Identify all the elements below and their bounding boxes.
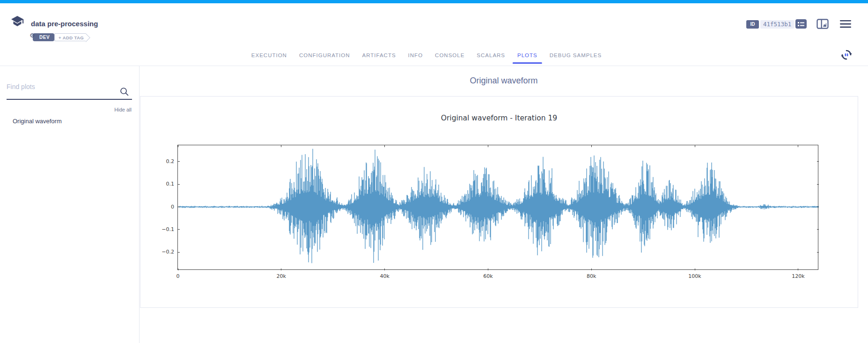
y-tick-label: −0.1 <box>154 226 174 232</box>
tab-debug-samples[interactable]: DEBUG SAMPLES <box>545 46 606 66</box>
page: COMPLETED data pre-processing ⚙ DEV + AD… <box>0 0 868 343</box>
y-tick-label: 0.1 <box>154 181 174 187</box>
waveform-plot-canvas[interactable]: 020k40k60k80k100k120k0.20.10−0.1−0.2 <box>177 145 818 270</box>
tab-bar: EXECUTION CONFIGURATION ARTIFACTS INFO C… <box>247 46 606 66</box>
figure-title: Original waveform - Iteration 19 <box>140 114 858 122</box>
search-icon[interactable] <box>120 87 129 98</box>
auto-refresh-pause-icon[interactable] <box>840 49 853 61</box>
details-view-icon[interactable] <box>795 19 807 31</box>
system-tag-gear-icon: ⚙ <box>29 32 35 39</box>
plots-content: Original waveform Original waveform - It… <box>140 66 868 343</box>
tab-artifacts[interactable]: ARTIFACTS <box>358 46 401 66</box>
id-badge: ID <box>746 20 759 29</box>
experiment-type-icon <box>10 15 24 31</box>
plot-card: Original waveform - Iteration 19 020k40k… <box>140 96 858 308</box>
x-tick-label: 0 <box>168 273 188 279</box>
y-tick-label: −0.2 <box>154 249 174 255</box>
search-input[interactable] <box>7 83 117 90</box>
y-tick-label: 0 <box>154 204 174 210</box>
tab-console[interactable]: CONSOLE <box>430 46 469 66</box>
tab-scalars[interactable]: SCALARS <box>472 46 510 66</box>
plots-sidebar: Hide all Original waveform <box>0 66 140 343</box>
x-tick-label: 60k <box>478 273 498 279</box>
tab-plots[interactable]: PLOTS <box>513 46 542 66</box>
tab-info[interactable]: INFO <box>404 46 427 66</box>
search-underline <box>7 99 132 100</box>
hide-all-button[interactable]: Hide all <box>114 107 132 112</box>
x-tick-label: 100k <box>684 273 705 279</box>
x-tick-label: 20k <box>271 273 292 279</box>
y-tick-label: 0.2 <box>154 158 174 164</box>
header: data pre-processing ⚙ DEV + ADD TAG ID 4… <box>0 3 868 66</box>
menu-icon[interactable] <box>840 20 851 30</box>
x-tick-label: 120k <box>788 273 809 279</box>
tag-dev: DEV <box>33 33 54 41</box>
plot-group-title: Original waveform <box>140 76 868 86</box>
add-tag-button[interactable]: + ADD TAG <box>54 33 86 41</box>
waveform-series <box>178 145 819 270</box>
experiment-id-value[interactable]: 41f513b1 <box>760 20 794 29</box>
experiment-title: data pre-processing <box>31 20 98 28</box>
x-tick-label: 80k <box>581 273 602 279</box>
x-tick-label: 40k <box>375 273 395 279</box>
tab-configuration[interactable]: CONFIGURATION <box>294 46 355 66</box>
split-view-chart-icon[interactable] <box>817 19 829 31</box>
sidebar-item-original-waveform[interactable]: Original waveform <box>13 118 62 125</box>
tab-execution[interactable]: EXECUTION <box>247 46 292 66</box>
